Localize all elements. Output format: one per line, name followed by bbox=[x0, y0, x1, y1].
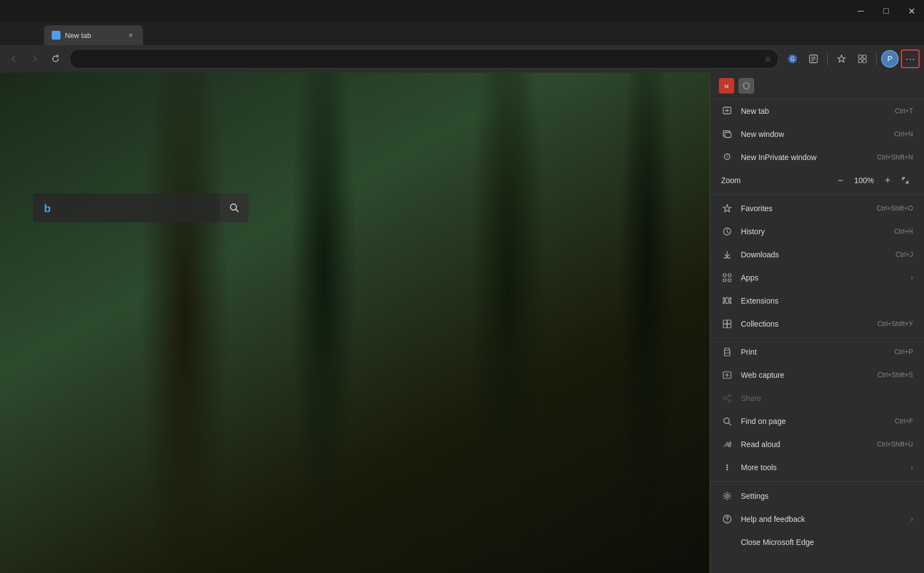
find-on-page-shortcut: Ctrl+F bbox=[895, 417, 913, 425]
copilot-button[interactable]: G bbox=[783, 49, 802, 68]
find-menu-icon bbox=[721, 415, 733, 427]
help-feedback-arrow: › bbox=[911, 515, 913, 523]
web-capture-shortcut: Ctrl+Shift+S bbox=[877, 371, 913, 379]
bing-logo-icon: b bbox=[42, 200, 57, 216]
reader-mode-button[interactable] bbox=[804, 49, 823, 68]
search-submit-button[interactable] bbox=[220, 194, 249, 222]
help-menu-icon bbox=[721, 513, 733, 525]
share-menu-icon bbox=[721, 392, 733, 404]
svg-point-41 bbox=[727, 469, 728, 471]
help-feedback-menu-item[interactable]: Help and feedback › bbox=[710, 508, 924, 531]
more-options-button[interactable]: ⋯ bbox=[901, 49, 920, 68]
read-aloud-menu-item[interactable]: A Read aloud Ctrl+Shift+U bbox=[710, 433, 924, 456]
extensions-menu-item[interactable]: Extensions bbox=[710, 289, 924, 312]
close-edge-label: Close Microsoft Edge bbox=[741, 538, 913, 547]
profile-initial: P bbox=[887, 54, 892, 63]
favorites-star-icon[interactable]: ☆ bbox=[765, 54, 772, 63]
svg-point-31 bbox=[729, 351, 730, 352]
settings-menu-icon bbox=[721, 490, 733, 502]
tab-favicon bbox=[52, 31, 61, 40]
apps-arrow: › bbox=[911, 274, 913, 282]
new-tab-menu-item[interactable]: New tab Ctrl+T bbox=[710, 100, 924, 123]
print-menu-item[interactable]: Print Ctrl+P bbox=[710, 340, 924, 363]
collections-label: Collections bbox=[741, 319, 873, 328]
collections-menu-item[interactable]: Collections Ctrl+Shift+Y bbox=[710, 312, 924, 335]
svg-rect-24 bbox=[723, 279, 726, 282]
more-tools-menu-item[interactable]: More tools › bbox=[710, 456, 924, 479]
new-inprivate-menu-item[interactable]: New InPrivate window Ctrl+Shift+N bbox=[710, 146, 924, 169]
new-inprivate-shortcut: Ctrl+Shift+N bbox=[877, 153, 913, 161]
web-capture-menu-item[interactable]: Web capture Ctrl+Shift+S bbox=[710, 363, 924, 387]
coupon-extension-icon[interactable]: M bbox=[719, 78, 734, 93]
apps-menu-icon bbox=[721, 272, 733, 284]
svg-point-42 bbox=[726, 495, 729, 498]
svg-rect-26 bbox=[723, 320, 727, 324]
extensions-label: Extensions bbox=[741, 296, 913, 305]
separator-1 bbox=[710, 194, 924, 195]
svg-point-35 bbox=[729, 400, 731, 402]
svg-rect-8 bbox=[859, 59, 862, 63]
address-bar[interactable]: ☆ bbox=[69, 49, 779, 69]
zoom-expand-button[interactable] bbox=[898, 173, 913, 188]
minimize-button[interactable]: ─ bbox=[848, 0, 873, 22]
svg-point-44 bbox=[727, 521, 728, 522]
svg-point-36 bbox=[724, 418, 729, 423]
browser-tab[interactable]: New tab ✕ bbox=[44, 25, 143, 45]
collections-icon-toolbar bbox=[857, 54, 867, 64]
history-label: History bbox=[741, 227, 890, 236]
maximize-button[interactable]: □ bbox=[873, 0, 899, 22]
collections-shortcut: Ctrl+Shift+Y bbox=[877, 320, 913, 328]
collections-menu-icon bbox=[721, 318, 733, 330]
svg-point-34 bbox=[723, 397, 725, 399]
downloads-menu-item[interactable]: Downloads Ctrl+J bbox=[710, 243, 924, 266]
close-button[interactable]: ✕ bbox=[899, 0, 924, 22]
new-window-menu-icon bbox=[721, 128, 733, 140]
close-edge-menu-item[interactable]: Close Microsoft Edge bbox=[710, 531, 924, 554]
svg-rect-29 bbox=[727, 324, 731, 328]
history-menu-item[interactable]: History Ctrl+H bbox=[710, 220, 924, 243]
tab-title: New tab bbox=[65, 31, 122, 40]
zoom-plus-button[interactable]: + bbox=[880, 173, 895, 188]
find-on-page-menu-item[interactable]: Find on page Ctrl+F bbox=[710, 410, 924, 433]
favorites-button[interactable] bbox=[832, 49, 851, 68]
print-label: Print bbox=[741, 348, 890, 356]
more-options-icon: ⋯ bbox=[905, 53, 915, 65]
svg-rect-6 bbox=[859, 55, 862, 58]
back-icon bbox=[9, 54, 18, 63]
settings-label: Settings bbox=[741, 492, 913, 500]
new-window-shortcut: Ctrl+N bbox=[894, 130, 913, 138]
settings-menu-item[interactable]: Settings bbox=[710, 484, 924, 508]
downloads-menu-icon bbox=[721, 249, 733, 261]
tab-bar: New tab ✕ bbox=[0, 22, 924, 45]
apps-menu-item[interactable]: Apps › bbox=[710, 266, 924, 289]
favorites-shortcut: Ctrl+Shift+O bbox=[877, 205, 913, 212]
shield-extension-icon[interactable] bbox=[739, 78, 754, 93]
svg-rect-22 bbox=[723, 274, 726, 277]
forward-button[interactable] bbox=[25, 49, 44, 68]
menu-bottom-section: Settings Help and feedback › Close Micro… bbox=[710, 484, 924, 554]
new-window-menu-item[interactable]: New window Ctrl+N bbox=[710, 123, 924, 146]
separator-3 bbox=[710, 481, 924, 482]
new-tab-menu-icon bbox=[721, 105, 733, 117]
close-edge-menu-icon bbox=[721, 536, 733, 548]
new-inprivate-label: New InPrivate window bbox=[741, 153, 873, 162]
tab-close-button[interactable]: ✕ bbox=[125, 30, 135, 40]
svg-rect-9 bbox=[863, 59, 866, 63]
toolbar: ☆ G P ⋯ bbox=[0, 45, 924, 73]
more-tools-menu-icon bbox=[721, 461, 733, 473]
zoom-minus-button[interactable]: − bbox=[833, 173, 848, 188]
refresh-button[interactable] bbox=[46, 49, 65, 68]
dropdown-menu: M New tab Ctrl+T New window Ctrl+N bbox=[710, 73, 924, 573]
svg-line-37 bbox=[729, 423, 731, 425]
favorites-menu-item[interactable]: Favorites Ctrl+Shift+O bbox=[710, 197, 924, 220]
collections-toolbar-button[interactable] bbox=[853, 49, 872, 68]
profile-button[interactable]: P bbox=[881, 50, 899, 68]
search-button-icon bbox=[229, 202, 240, 213]
new-tab-label: New tab bbox=[741, 107, 890, 115]
find-on-page-label: Find on page bbox=[741, 417, 890, 426]
back-button[interactable] bbox=[4, 49, 23, 68]
share-menu-item[interactable]: Share bbox=[710, 387, 924, 410]
address-input[interactable] bbox=[76, 54, 765, 63]
print-menu-icon bbox=[721, 346, 733, 358]
svg-line-12 bbox=[236, 210, 239, 212]
